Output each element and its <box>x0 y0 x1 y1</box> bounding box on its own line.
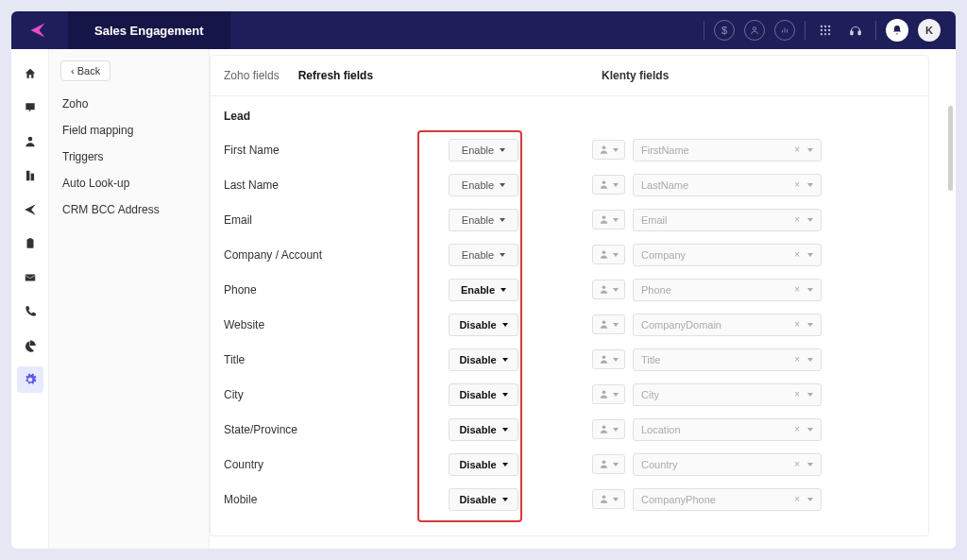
clear-icon[interactable]: × <box>794 389 800 399</box>
svg-point-20 <box>602 215 606 219</box>
svg-rect-17 <box>25 275 35 281</box>
user-type-dropdown[interactable] <box>592 280 625 299</box>
chevron-down-icon <box>807 288 813 292</box>
enable-toggle-dropdown[interactable]: Enable <box>449 244 518 266</box>
clipboard-icon[interactable] <box>17 230 43 257</box>
person-icon[interactable] <box>17 128 43 155</box>
clear-icon[interactable]: × <box>794 319 800 330</box>
sidebar-item-field-mapping[interactable]: Field mapping <box>49 117 209 144</box>
enable-toggle-dropdown[interactable]: Disable <box>449 453 518 476</box>
user-type-dropdown[interactable] <box>592 210 625 229</box>
enable-toggle-dropdown[interactable]: Enable <box>449 139 518 161</box>
klenty-field-cell: Location× <box>545 418 915 441</box>
inbox-icon[interactable] <box>17 94 43 121</box>
klenty-field-select[interactable]: Phone× <box>633 279 822 301</box>
user-type-dropdown[interactable] <box>592 140 625 160</box>
enable-toggle-dropdown[interactable]: Disable <box>449 418 518 441</box>
klenty-field-select[interactable]: CompanyDomain× <box>633 314 822 336</box>
tab-refresh-fields[interactable]: Refresh fields <box>298 69 373 82</box>
klenty-field-cell: FirstName× <box>545 139 915 161</box>
send-icon[interactable] <box>17 196 43 223</box>
enable-toggle-dropdown[interactable]: Enable <box>449 174 518 196</box>
chevron-down-icon <box>613 323 619 327</box>
person-icon <box>599 179 609 190</box>
sidebar-item-zoho[interactable]: Zoho <box>49 91 209 117</box>
user-type-dropdown[interactable] <box>592 245 625 264</box>
clear-icon[interactable]: × <box>794 424 800 434</box>
enable-toggle-dropdown[interactable]: Enable <box>449 279 518 301</box>
sidebar-item-crm-bcc[interactable]: CRM BCC Address <box>49 196 209 223</box>
mail-icon[interactable] <box>17 264 43 291</box>
user-type-dropdown[interactable] <box>592 384 625 404</box>
clear-icon[interactable]: × <box>794 284 800 295</box>
svg-rect-16 <box>28 238 32 240</box>
user-type-dropdown[interactable] <box>592 175 625 195</box>
chevron-down-icon <box>502 498 508 501</box>
klenty-field-select[interactable]: City× <box>633 383 822 406</box>
enable-toggle-dropdown[interactable]: Disable <box>449 314 518 336</box>
clear-icon[interactable]: × <box>794 144 800 155</box>
clear-icon[interactable]: × <box>794 214 800 225</box>
enable-toggle-dropdown[interactable]: Disable <box>449 348 518 371</box>
klenty-field-select[interactable]: FirstName× <box>633 139 822 161</box>
gear-icon[interactable] <box>17 366 43 393</box>
klenty-field-value: Location <box>641 424 681 435</box>
user-type-dropdown[interactable] <box>592 489 625 509</box>
chevron-down-icon <box>807 358 813 362</box>
user-type-dropdown[interactable] <box>592 349 625 369</box>
enable-toggle-dropdown[interactable]: Disable <box>449 488 518 511</box>
clear-icon[interactable]: × <box>794 494 800 504</box>
svg-point-12 <box>27 137 32 142</box>
clear-icon[interactable]: × <box>794 179 800 190</box>
klenty-field-select[interactable]: Title× <box>633 348 822 371</box>
toggle-cell: Disable <box>422 418 545 441</box>
clear-icon[interactable]: × <box>794 249 800 260</box>
sidebar-item-auto-lookup[interactable]: Auto Look-up <box>49 170 209 196</box>
clear-icon[interactable]: × <box>794 354 800 365</box>
klenty-field-select[interactable]: CompanyPhone× <box>633 488 822 511</box>
klenty-field-select[interactable]: Country× <box>633 453 822 476</box>
field-label: Mobile <box>224 493 422 506</box>
bell-icon[interactable] <box>886 19 908 42</box>
user-type-dropdown[interactable] <box>592 454 625 474</box>
svg-rect-13 <box>25 171 29 181</box>
chevron-down-icon <box>613 183 619 187</box>
building-icon[interactable] <box>17 162 43 189</box>
toggle-cell: Disable <box>422 348 545 371</box>
sidebar-item-triggers[interactable]: Triggers <box>49 144 209 170</box>
person-icon <box>599 214 609 225</box>
pie-icon[interactable] <box>17 332 43 359</box>
toggle-cell: Enable <box>422 209 545 231</box>
tab-zoho-fields[interactable]: Zoho fields <box>224 69 280 82</box>
svg-point-1 <box>821 25 823 27</box>
klenty-field-cell: Company× <box>545 244 915 266</box>
user-type-dropdown[interactable] <box>592 419 625 439</box>
klenty-field-select[interactable]: Location× <box>633 418 822 441</box>
klenty-field-select[interactable]: LastName× <box>633 174 822 196</box>
chart-icon[interactable] <box>774 20 795 41</box>
svg-rect-11 <box>858 31 860 35</box>
scrollbar[interactable] <box>948 106 953 191</box>
home-icon[interactable] <box>17 60 43 87</box>
dialpad-icon[interactable] <box>815 20 836 41</box>
person-icon <box>599 249 609 260</box>
klenty-field-select[interactable]: Email× <box>633 209 822 231</box>
back-button[interactable]: ‹Back <box>60 60 110 81</box>
chevron-down-icon <box>613 218 619 222</box>
headset-icon[interactable] <box>845 20 866 41</box>
dollar-icon[interactable]: $ <box>714 20 735 41</box>
user-type-dropdown[interactable] <box>592 314 625 334</box>
phone-icon[interactable] <box>17 298 43 325</box>
toggle-cell: Disable <box>422 453 545 476</box>
enable-toggle-dropdown[interactable]: Disable <box>449 383 518 406</box>
klenty-field-value: Country <box>641 459 678 470</box>
svg-point-24 <box>602 355 606 359</box>
enable-toggle-dropdown[interactable]: Enable <box>449 209 518 231</box>
klenty-field-select[interactable]: Company× <box>633 244 822 266</box>
avatar[interactable]: K <box>918 19 941 42</box>
user-circle-icon[interactable] <box>744 20 765 41</box>
clear-icon[interactable]: × <box>794 459 800 469</box>
field-label: State/Province <box>224 423 422 436</box>
content-card: Zoho fields Refresh fields Klenty fields… <box>210 55 929 536</box>
app-logo-icon[interactable] <box>26 19 49 42</box>
